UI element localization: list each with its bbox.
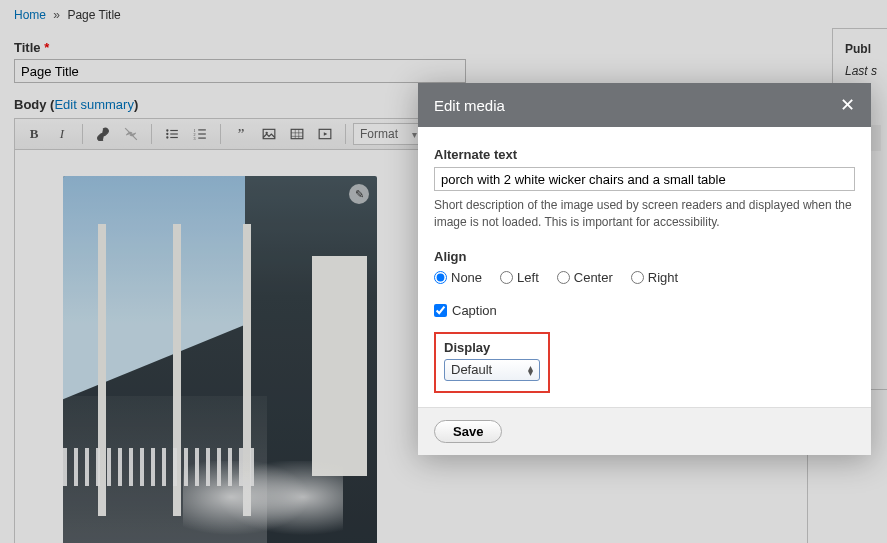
align-right-radio[interactable]: Right bbox=[631, 270, 678, 285]
bullet-list-button[interactable] bbox=[159, 122, 185, 146]
svg-rect-9 bbox=[198, 129, 206, 130]
display-label: Display bbox=[444, 340, 540, 355]
bold-button[interactable]: B bbox=[21, 122, 47, 146]
image-icon bbox=[262, 127, 276, 141]
italic-button[interactable]: I bbox=[49, 122, 75, 146]
align-none-radio[interactable]: None bbox=[434, 270, 482, 285]
title-input[interactable] bbox=[14, 59, 466, 83]
bullet-list-icon bbox=[165, 127, 179, 141]
align-left-radio[interactable]: Left bbox=[500, 270, 539, 285]
svg-rect-5 bbox=[170, 137, 178, 138]
media-button[interactable] bbox=[312, 122, 338, 146]
breadcrumb: Home » Page Title bbox=[0, 0, 887, 30]
save-button[interactable]: Save bbox=[434, 420, 502, 443]
unlink-button[interactable] bbox=[118, 122, 144, 146]
number-list-icon: 123 bbox=[193, 127, 207, 141]
svg-text:3: 3 bbox=[194, 136, 196, 141]
pencil-icon[interactable]: ✎ bbox=[349, 184, 369, 204]
link-button[interactable] bbox=[90, 122, 116, 146]
svg-point-1 bbox=[166, 133, 168, 135]
modal-title: Edit media bbox=[434, 97, 505, 114]
svg-rect-11 bbox=[198, 138, 206, 139]
svg-point-0 bbox=[166, 129, 168, 131]
table-icon bbox=[290, 127, 304, 141]
alt-text-label: Alternate text bbox=[434, 147, 855, 162]
link-icon bbox=[96, 127, 110, 141]
edit-media-modal: Edit media ✕ Alternate text Short descri… bbox=[418, 83, 871, 455]
blockquote-button[interactable]: ” bbox=[228, 122, 254, 146]
svg-rect-3 bbox=[170, 130, 178, 131]
display-select[interactable]: Default ▴▾ bbox=[444, 359, 540, 381]
display-highlight: Display Default ▴▾ bbox=[434, 332, 550, 393]
caption-checkbox[interactable] bbox=[434, 304, 447, 317]
breadcrumb-sep: » bbox=[53, 8, 60, 22]
modal-header: Edit media ✕ bbox=[418, 83, 871, 127]
edit-summary-link[interactable]: Edit summary bbox=[54, 97, 133, 112]
breadcrumb-page: Page Title bbox=[67, 8, 120, 22]
svg-rect-10 bbox=[198, 133, 206, 134]
chevron-updown-icon: ▴▾ bbox=[528, 365, 533, 375]
breadcrumb-home[interactable]: Home bbox=[14, 8, 46, 22]
svg-point-2 bbox=[166, 136, 168, 138]
alt-text-input[interactable] bbox=[434, 167, 855, 191]
image-button[interactable] bbox=[256, 122, 282, 146]
alt-text-description: Short description of the image used by s… bbox=[434, 197, 855, 231]
svg-rect-14 bbox=[291, 129, 303, 138]
table-button[interactable] bbox=[284, 122, 310, 146]
svg-rect-12 bbox=[263, 129, 275, 138]
title-label: Title * bbox=[14, 40, 49, 55]
align-center-radio[interactable]: Center bbox=[557, 270, 613, 285]
format-dropdown[interactable]: Format bbox=[353, 123, 423, 145]
caption-label: Caption bbox=[452, 303, 497, 318]
svg-rect-4 bbox=[170, 133, 178, 134]
embedded-image[interactable]: ✎ bbox=[63, 176, 377, 543]
number-list-button[interactable]: 123 bbox=[187, 122, 213, 146]
align-label: Align bbox=[434, 249, 855, 264]
media-icon bbox=[318, 127, 332, 141]
close-icon[interactable]: ✕ bbox=[840, 94, 855, 116]
unlink-icon bbox=[124, 127, 138, 141]
